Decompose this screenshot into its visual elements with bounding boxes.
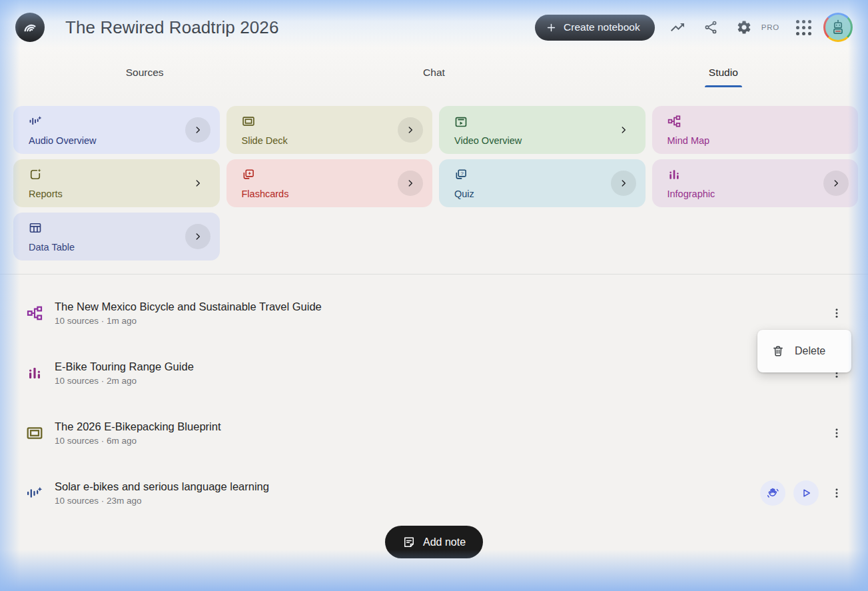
artifact-text: The New Mexico Bicycle and Sustainable T…: [55, 300, 827, 326]
studio-card-flashcards[interactable]: Flashcards: [226, 159, 433, 207]
infographic-bars-icon: [667, 168, 681, 181]
notebook-title[interactable]: The Rewired Roadtrip 2026: [65, 17, 278, 38]
apps-grid-icon: [796, 20, 811, 35]
tab-chat[interactable]: Chat: [289, 57, 578, 87]
data-table-icon: [29, 221, 42, 235]
slide-deck-icon: [25, 424, 43, 442]
mind-map-icon: [25, 305, 43, 321]
studio-card-reports[interactable]: Reports: [13, 159, 220, 207]
plus-icon: [546, 22, 557, 33]
create-notebook-button[interactable]: Create notebook: [535, 15, 655, 41]
tab-chat-label: Chat: [423, 67, 445, 79]
tab-studio[interactable]: Studio: [579, 57, 868, 87]
chevron-right-icon[interactable]: [398, 171, 423, 196]
quiz-icon: ?: [454, 168, 468, 181]
artifact-row-mind-map[interactable]: The New Mexico Bicycle and Sustainable T…: [0, 283, 868, 343]
artifact-meta: 10 sources · 1m ago: [55, 316, 827, 326]
chevron-right-icon[interactable]: [611, 171, 636, 196]
artifact-meta: 10 sources · 2m ago: [55, 376, 827, 386]
kebab-menu-icon: [831, 487, 843, 499]
card-label: Reports: [29, 189, 63, 199]
slide-deck-icon: [242, 115, 255, 128]
artifact-meta: 10 sources · 6m ago: [55, 436, 827, 446]
infographic-bars-icon: [25, 365, 43, 381]
context-menu: Delete: [757, 330, 851, 372]
active-tab-underline: [705, 85, 742, 87]
studio-card-slide-deck[interactable]: Slide Deck: [226, 106, 433, 154]
svg-text:?: ?: [460, 171, 464, 177]
play-audio-button[interactable]: [793, 480, 819, 506]
share-button[interactable]: [697, 14, 724, 41]
artifact-row-infographic[interactable]: E-Bike Touring Range Guide 10 sources · …: [0, 343, 868, 403]
tab-studio-label: Studio: [709, 67, 738, 79]
artifact-row-slide-deck[interactable]: The 2026 E-Bikepacking Blueprint 10 sour…: [0, 403, 868, 463]
pro-badge: PRO: [761, 23, 779, 31]
video-overview-icon: [454, 115, 468, 128]
create-notebook-label: Create notebook: [564, 21, 640, 33]
studio-card-data-table[interactable]: Data Table: [13, 213, 220, 261]
chevron-right-icon[interactable]: [185, 117, 211, 143]
kebab-menu-icon: [831, 307, 843, 319]
studio-cards-grid: Audio Overview Slide Deck Video Overview: [13, 106, 858, 261]
artifact-title: E-Bike Touring Range Guide: [55, 360, 827, 373]
artifact-title: The New Mexico Bicycle and Sustainable T…: [55, 300, 827, 313]
tab-sources[interactable]: Sources: [0, 57, 289, 87]
tab-sources-label: Sources: [126, 67, 164, 79]
trending-up-icon: [669, 19, 685, 35]
artifact-text: Solar e-bikes and serious language learn…: [55, 480, 760, 506]
chevron-right-icon[interactable]: [398, 117, 423, 143]
waving-hand-icon: [766, 486, 780, 500]
share-icon: [703, 20, 718, 35]
gear-icon: [736, 19, 752, 35]
more-options-button[interactable]: [827, 300, 847, 326]
artifact-text: E-Bike Touring Range Guide 10 sources · …: [55, 360, 827, 386]
artifact-title: The 2026 E-Bikepacking Blueprint: [55, 420, 827, 433]
artifact-text: The 2026 E-Bikepacking Blueprint 10 sour…: [55, 420, 827, 446]
studio-card-infographic[interactable]: Infographic: [652, 159, 859, 207]
avatar-robot-icon: [825, 15, 851, 40]
google-apps-button[interactable]: [790, 14, 817, 41]
more-options-button[interactable]: [827, 420, 847, 446]
main-tabs: Sources Chat Studio: [0, 57, 868, 87]
section-divider: [0, 274, 868, 275]
add-note-button[interactable]: Add note: [385, 526, 483, 558]
audio-waveform-sparkle-icon: [25, 485, 43, 502]
studio-card-mind-map[interactable]: Mind Map: [652, 106, 859, 154]
chevron-right-icon[interactable]: [823, 171, 849, 196]
settings-button[interactable]: [731, 14, 757, 41]
studio-card-quiz[interactable]: ? Quiz: [439, 159, 646, 207]
delete-menu-item[interactable]: Delete: [757, 338, 851, 364]
play-icon: [800, 487, 812, 499]
card-label: Flashcards: [242, 189, 289, 199]
delete-menu-label: Delete: [795, 345, 825, 357]
card-label: Infographic: [667, 189, 715, 199]
interactive-mode-button[interactable]: [760, 480, 785, 506]
add-note-label: Add note: [423, 536, 466, 548]
artifact-list: The New Mexico Bicycle and Sustainable T…: [0, 283, 868, 523]
studio-card-video-overview[interactable]: Video Overview: [439, 106, 646, 154]
analytics-button[interactable]: [664, 14, 691, 41]
logo-wave-icon: [21, 19, 39, 36]
artifact-title: Solar e-bikes and serious language learn…: [55, 480, 760, 493]
card-label: Quiz: [454, 189, 474, 199]
card-label: Mind Map: [667, 135, 710, 146]
audio-waveform-sparkle-icon: [29, 115, 42, 128]
card-label: Audio Overview: [29, 135, 97, 146]
mind-map-icon: [667, 115, 681, 128]
account-avatar[interactable]: [823, 13, 853, 42]
card-label: Slide Deck: [242, 135, 288, 146]
app-header: The Rewired Roadtrip 2026 Create noteboo…: [0, 0, 868, 55]
chevron-right-icon[interactable]: [185, 171, 211, 196]
studio-card-audio-overview[interactable]: Audio Overview: [13, 106, 220, 154]
artifact-row-audio-overview[interactable]: Solar e-bikes and serious language learn…: [0, 463, 868, 523]
trash-icon: [771, 344, 785, 358]
kebab-menu-icon: [831, 427, 843, 439]
reports-sparkle-icon: [29, 168, 42, 181]
add-note-wrap: Add note: [0, 526, 868, 558]
more-options-button[interactable]: [827, 480, 847, 506]
notebooklm-logo[interactable]: [15, 13, 45, 42]
card-label: Video Overview: [454, 135, 522, 146]
chevron-right-icon[interactable]: [185, 224, 211, 249]
chevron-right-icon[interactable]: [611, 117, 636, 143]
flashcards-icon: [242, 168, 255, 181]
